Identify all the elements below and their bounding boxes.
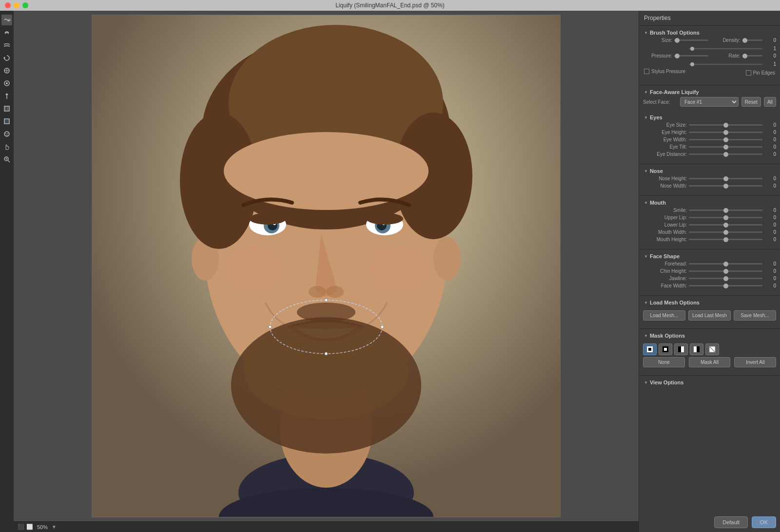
chin-height-slider[interactable] — [689, 270, 762, 272]
smile-slider[interactable] — [689, 209, 762, 211]
rate-label: Rate: — [711, 53, 741, 58]
rate-slider-container[interactable] — [742, 55, 763, 57]
load-mesh-header[interactable]: ▼ Load Mesh Options — [643, 298, 776, 307]
view-options-header[interactable]: ▼ View Options — [643, 378, 776, 387]
zoom-level[interactable]: 50% — [37, 524, 48, 530]
reconstruct-tool[interactable] — [1, 27, 12, 38]
upper-lip-slider[interactable] — [689, 217, 762, 218]
mouth-section: ▼ Mouth Smile: 0 Upper Lip: 0 Lower Lip:… — [639, 198, 780, 247]
jawline-slider[interactable] — [689, 278, 762, 279]
size-track — [689, 48, 762, 49]
eye-size-slider[interactable] — [689, 124, 762, 126]
svg-point-52 — [325, 299, 328, 302]
stylus-pressure-checkbox[interactable] — [644, 69, 649, 74]
face-aware-header[interactable]: ▼ Face-Aware Liquify — [643, 87, 776, 97]
nose-height-slider[interactable] — [689, 178, 762, 179]
mask-mode-3-button[interactable] — [674, 343, 688, 355]
mask-mode-4-button[interactable] — [690, 343, 703, 355]
close-button[interactable] — [5, 2, 11, 8]
svg-point-53 — [325, 352, 328, 355]
freeze-mask-tool[interactable] — [1, 103, 12, 114]
mask-options-header[interactable]: ▼ Mask Options — [643, 331, 776, 341]
mouth-width-row: Mouth Width: 0 — [643, 229, 776, 235]
mouth-width-slider[interactable] — [689, 231, 762, 233]
size-row: Size: — [643, 38, 708, 43]
title-bar: Liquify (SmilingManFAL_End.psd @ 50%) — [0, 0, 780, 11]
brush-tool-options-header[interactable]: ▼ Brush Tool Options — [643, 28, 776, 38]
face-shape-label: Face Shape — [650, 253, 680, 259]
mask-options-section: ▼ Mask Options — [639, 331, 780, 373]
load-mesh-button[interactable]: Load Mesh... — [643, 310, 685, 321]
mask-mode-1-button[interactable] — [643, 343, 657, 355]
maximize-button[interactable] — [22, 2, 28, 8]
divider-2 — [639, 164, 780, 164]
pressure-slider[interactable] — [674, 55, 708, 57]
app-body: ⬛ ⬜ 50% ▼ Properties ▼ Brush Tool Option… — [0, 11, 780, 532]
eyes-header[interactable]: ▼ Eyes — [643, 113, 776, 122]
forehead-slider[interactable] — [689, 263, 762, 265]
nose-width-value: 0 — [766, 183, 776, 189]
bloat-tool[interactable] — [1, 78, 12, 89]
thaw-mask-tool[interactable] — [1, 116, 12, 127]
pucker-tool[interactable] — [1, 65, 12, 76]
zoom-dropdown-arrow[interactable]: ▼ — [52, 524, 57, 530]
eye-height-slider[interactable] — [689, 132, 762, 133]
pressure-slider-container[interactable] — [674, 55, 708, 57]
nose-width-slider[interactable] — [689, 185, 762, 187]
mask-mode-2-button[interactable] — [659, 343, 672, 355]
density-slider-container[interactable] — [742, 39, 763, 41]
lower-lip-label: Lower Lip: — [643, 222, 687, 228]
svg-point-48 — [370, 247, 429, 290]
nose-width-label: Nose Width: — [643, 183, 687, 189]
none-mask-button[interactable]: None — [643, 357, 685, 367]
face-photo[interactable] — [92, 15, 560, 517]
face-tool[interactable] — [1, 129, 12, 139]
right-panel: Properties ▼ Brush Tool Options Size: — [639, 11, 780, 532]
select-face-label: Select Face: — [643, 99, 677, 105]
mask-mode-5-button[interactable] — [705, 343, 719, 355]
forward-warp-tool[interactable] — [1, 15, 12, 25]
ok-button[interactable]: OK — [752, 516, 776, 528]
mask-all-button[interactable]: Mask All — [689, 357, 731, 367]
default-button[interactable]: Default — [714, 516, 748, 528]
svg-point-15 — [7, 133, 8, 134]
window-controls[interactable] — [5, 2, 28, 8]
bottom-buttons: Default OK — [639, 513, 780, 532]
density-slider[interactable] — [742, 39, 763, 41]
mouth-height-slider[interactable] — [689, 239, 762, 240]
push-left-tool[interactable] — [1, 91, 12, 101]
zoom-tool[interactable] — [1, 154, 12, 165]
eye-tilt-slider[interactable] — [689, 146, 762, 148]
nose-header[interactable]: ▼ Nose — [643, 166, 776, 176]
invert-all-button[interactable]: Invert All — [734, 357, 776, 367]
svg-point-43 — [326, 286, 344, 298]
face-select-dropdown[interactable]: Face #1 — [680, 97, 739, 107]
mouth-width-value: 0 — [766, 229, 776, 235]
size-slider-container[interactable] — [674, 39, 708, 41]
reset-button[interactable]: Reset — [741, 97, 761, 107]
smooth-tool[interactable] — [1, 40, 12, 51]
eye-width-slider[interactable] — [689, 139, 762, 140]
save-mesh-button[interactable]: Save Mesh... — [734, 310, 776, 321]
face-width-slider[interactable] — [689, 285, 762, 286]
pin-edges-row: Pin Edges — [746, 70, 775, 76]
face-width-row: Face Width: 0 — [643, 283, 776, 288]
lower-lip-slider[interactable] — [689, 224, 762, 226]
mouth-header[interactable]: ▼ Mouth — [643, 198, 776, 208]
canvas-image-wrapper — [92, 15, 561, 517]
pin-edges-checkbox[interactable] — [746, 70, 751, 76]
size-slider[interactable] — [674, 39, 708, 41]
brush-tool-options-label: Brush Tool Options — [650, 30, 700, 36]
eyes-label: Eyes — [650, 114, 663, 120]
pressure-val-display: 1 — [766, 61, 776, 67]
all-button[interactable]: All — [764, 97, 776, 107]
load-mesh-section: ▼ Load Mesh Options Load Mesh... Load La… — [639, 298, 780, 326]
eye-distance-slider[interactable] — [689, 153, 762, 155]
load-last-mesh-button[interactable]: Load Last Mesh — [688, 310, 731, 321]
canvas-container[interactable] — [14, 11, 639, 521]
face-shape-header[interactable]: ▼ Face Shape — [643, 251, 776, 261]
hand-tool[interactable] — [1, 141, 12, 152]
minimize-button[interactable] — [14, 2, 20, 8]
twirl-tool[interactable] — [1, 53, 12, 63]
rate-slider[interactable] — [742, 55, 763, 57]
